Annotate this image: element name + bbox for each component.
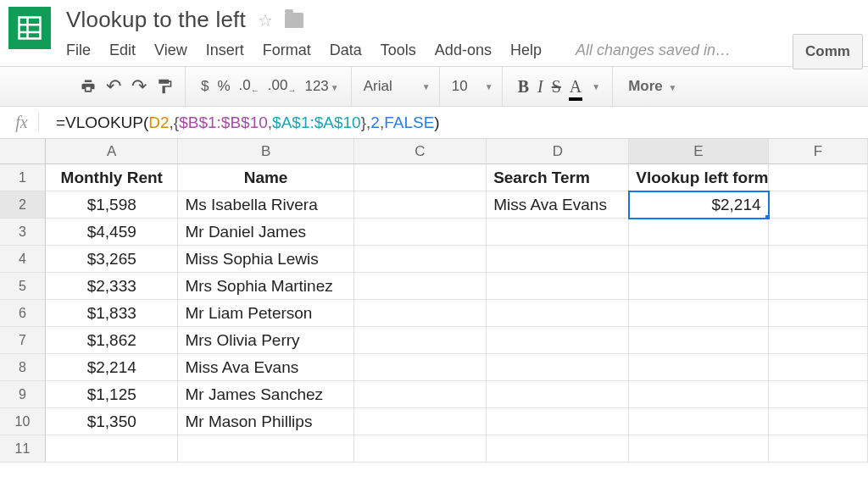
format-percent-button[interactable]: % — [217, 78, 230, 95]
cell-C10[interactable] — [354, 408, 487, 435]
cell-B6[interactable]: Mr Liam Peterson — [178, 300, 353, 327]
cell-A7[interactable]: $1,862 — [46, 327, 178, 354]
paint-format-icon[interactable] — [156, 78, 173, 95]
menu-file[interactable]: File — [66, 42, 91, 59]
undo-icon[interactable]: ↶ — [105, 78, 122, 95]
cell-D4[interactable] — [487, 246, 629, 273]
cell-A1[interactable]: Monthly Rent — [46, 164, 178, 191]
column-header-C[interactable]: C — [354, 139, 487, 164]
text-color-button[interactable]: A — [570, 77, 581, 97]
menu-addons[interactable]: Add-ons — [435, 42, 492, 59]
cell-B7[interactable]: Mrs Olivia Perry — [178, 327, 353, 354]
cell-A9[interactable]: $1,125 — [46, 381, 178, 408]
cell-F11[interactable] — [769, 435, 868, 463]
column-header-B[interactable]: B — [178, 139, 353, 164]
font-size-dropdown[interactable]: 10▼ — [443, 67, 503, 106]
cell-E11[interactable] — [629, 435, 768, 463]
cell-D6[interactable] — [487, 300, 629, 327]
cell-C8[interactable] — [354, 354, 487, 381]
cell-F9[interactable] — [769, 381, 868, 408]
cell-C4[interactable] — [354, 246, 487, 273]
menu-tools[interactable]: Tools — [381, 42, 416, 59]
cell-B3[interactable]: Mr Daniel James — [178, 219, 353, 246]
chevron-down-icon[interactable]: ▼ — [592, 82, 600, 91]
cell-E2[interactable]: $2,214 — [629, 191, 768, 219]
font-family-dropdown[interactable]: Arial▼ — [355, 67, 440, 106]
italic-button[interactable]: I — [537, 77, 543, 97]
cell-A8[interactable]: $2,214 — [46, 354, 178, 381]
cell-C3[interactable] — [354, 219, 487, 246]
cell-A2[interactable]: $1,598 — [46, 191, 178, 219]
row-header-4[interactable]: 4 — [0, 246, 46, 273]
row-header-9[interactable]: 9 — [0, 381, 46, 408]
comments-button[interactable]: Comm — [793, 34, 863, 69]
menu-help[interactable]: Help — [510, 42, 542, 59]
cell-A10[interactable]: $1,350 — [46, 408, 178, 435]
cell-A11[interactable] — [46, 435, 178, 463]
cell-C5[interactable] — [354, 273, 487, 300]
cell-D1[interactable]: Search Term — [487, 164, 629, 191]
cell-F5[interactable] — [769, 273, 868, 300]
cell-F3[interactable] — [769, 219, 868, 246]
row-header-1[interactable]: 1 — [0, 164, 46, 191]
number-format-button[interactable]: 123▼ — [304, 78, 338, 95]
menu-format[interactable]: Format — [263, 42, 311, 59]
cell-F10[interactable] — [769, 408, 868, 435]
cell-B1[interactable]: Name — [178, 164, 353, 191]
star-icon[interactable]: ☆ — [258, 10, 273, 30]
menu-view[interactable]: View — [154, 42, 187, 59]
column-header-A[interactable]: A — [46, 139, 178, 164]
cell-F7[interactable] — [769, 327, 868, 354]
cell-E5[interactable] — [629, 273, 768, 300]
strikethrough-button[interactable]: S — [552, 77, 561, 97]
cell-C11[interactable] — [354, 435, 487, 463]
cell-A4[interactable]: $3,265 — [46, 246, 178, 273]
formula-input[interactable]: =VLOOKUP(D2,{$B$1:$B$10,$A$1:$A$10},2,FA… — [56, 114, 440, 132]
decrease-decimal-button[interactable]: .0← — [239, 77, 259, 95]
row-header-11[interactable]: 11 — [0, 435, 46, 463]
cell-A6[interactable]: $1,833 — [46, 300, 178, 327]
cell-F4[interactable] — [769, 246, 868, 273]
cell-D2[interactable]: Miss Ava Evans — [487, 191, 629, 219]
cell-C1[interactable] — [354, 164, 487, 191]
cell-D5[interactable] — [487, 273, 629, 300]
row-header-7[interactable]: 7 — [0, 327, 46, 354]
more-button[interactable]: More ▼ — [628, 78, 676, 95]
row-header-6[interactable]: 6 — [0, 300, 46, 327]
cell-C2[interactable] — [354, 191, 487, 219]
folder-icon[interactable] — [285, 13, 303, 28]
row-header-10[interactable]: 10 — [0, 408, 46, 435]
cell-E1[interactable]: Vlookup left formula — [629, 164, 768, 191]
cell-F8[interactable] — [769, 354, 868, 381]
menu-insert[interactable]: Insert — [206, 42, 244, 59]
cell-E8[interactable] — [629, 354, 768, 381]
column-header-E[interactable]: E — [629, 139, 768, 164]
cell-B8[interactable]: Miss Ava Evans — [178, 354, 353, 381]
cell-D8[interactable] — [487, 354, 629, 381]
increase-decimal-button[interactable]: .00→ — [268, 77, 297, 95]
document-title[interactable]: Vlookup to the left — [66, 7, 246, 33]
cell-E10[interactable] — [629, 408, 768, 435]
cell-F2[interactable] — [769, 191, 868, 219]
cell-E4[interactable] — [629, 246, 768, 273]
print-icon[interactable] — [80, 78, 97, 95]
bold-button[interactable]: B — [518, 77, 529, 97]
sheets-logo[interactable] — [8, 7, 51, 49]
row-header-2[interactable]: 2 — [0, 191, 46, 219]
cell-D7[interactable] — [487, 327, 629, 354]
cell-E3[interactable] — [629, 219, 768, 246]
cell-E9[interactable] — [629, 381, 768, 408]
cell-E6[interactable] — [629, 300, 768, 327]
cell-B5[interactable]: Mrs Sophia Martinez — [178, 273, 353, 300]
cell-D3[interactable] — [487, 219, 629, 246]
cell-A3[interactable]: $4,459 — [46, 219, 178, 246]
format-currency-button[interactable]: $ — [201, 78, 209, 95]
cell-D11[interactable] — [487, 435, 629, 463]
cell-B9[interactable]: Mr James Sanchez — [178, 381, 353, 408]
cell-B11[interactable] — [178, 435, 353, 463]
cell-C7[interactable] — [354, 327, 487, 354]
cell-F6[interactable] — [769, 300, 868, 327]
cell-A5[interactable]: $2,333 — [46, 273, 178, 300]
cell-F1[interactable] — [769, 164, 868, 191]
redo-icon[interactable]: ↷ — [131, 78, 147, 95]
